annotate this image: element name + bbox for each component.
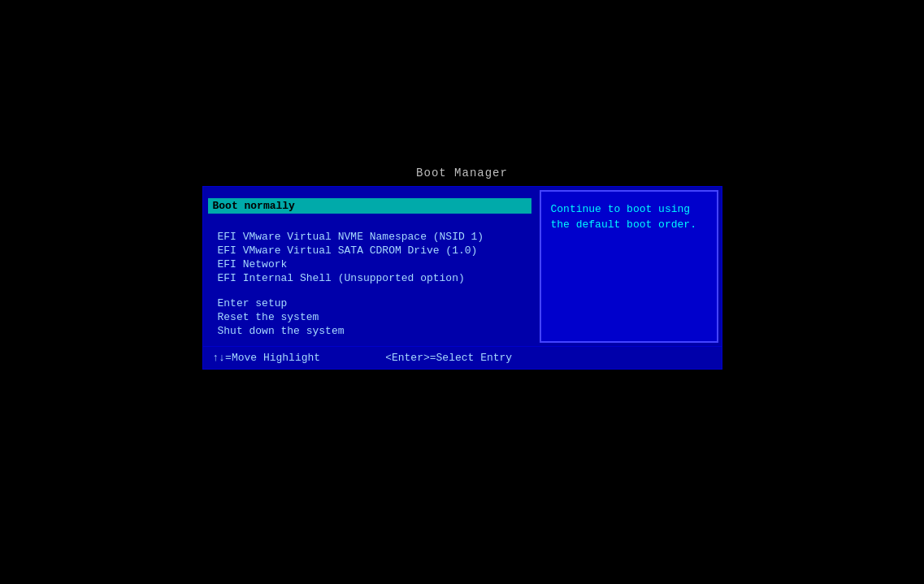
right-panel: Continue to boot using the default boot …: [540, 190, 718, 343]
action-item[interactable]: Reset the system: [213, 310, 527, 324]
action-item[interactable]: Shut down the system: [213, 324, 527, 338]
boot-description: Continue to boot using the default boot …: [551, 203, 696, 231]
left-panel-inner: Boot normally EFI VMware Virtual NVME Na…: [213, 195, 527, 338]
title-bar: Boot Manager: [416, 167, 508, 180]
status-bar: ↑↓=Move Highlight <Enter>=Select Entry: [203, 346, 722, 369]
menu-separator: [213, 285, 527, 296]
left-panel: Boot normally EFI VMware Virtual NVME Na…: [203, 187, 536, 346]
screen-wrapper: Boot Manager Boot normally EFI VMware Vi…: [202, 167, 722, 370]
navigate-hint: ↑↓=Move Highlight: [213, 352, 321, 364]
menu-item[interactable]: EFI VMware Virtual SATA CDROM Drive (1.0…: [213, 244, 527, 257]
boot-manager-title: Boot Manager: [416, 167, 508, 180]
action-items-container: Enter setupReset the systemShut down the…: [213, 296, 527, 338]
menu-item[interactable]: EFI Internal Shell (Unsupported option): [213, 271, 527, 285]
menu-area: Boot normally EFI VMware Virtual NVME Na…: [203, 187, 722, 346]
menu-item[interactable]: EFI Network: [213, 257, 527, 271]
action-item[interactable]: Enter setup: [213, 296, 527, 310]
selected-menu-item[interactable]: Boot normally: [208, 198, 531, 214]
boot-manager-container: Boot normally EFI VMware Virtual NVME Na…: [202, 186, 722, 370]
menu-items-container: EFI VMware Virtual NVME Namespace (NSID …: [213, 230, 527, 285]
select-hint: <Enter>=Select Entry: [385, 352, 512, 364]
menu-item[interactable]: EFI VMware Virtual NVME Namespace (NSID …: [213, 230, 527, 244]
